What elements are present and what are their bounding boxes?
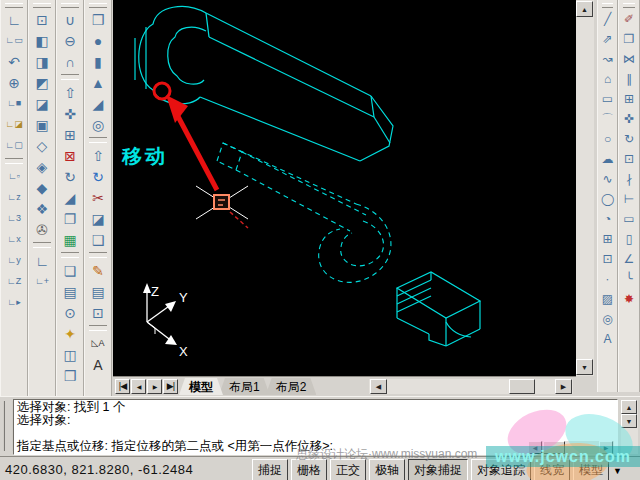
ucs-undo-icon[interactable]: ↶	[3, 51, 25, 72]
toolbar-grab-handle[interactable]	[5, 3, 23, 8]
move-icon[interactable]: ✜	[620, 109, 638, 129]
slice-icon[interactable]: ✂	[87, 187, 109, 208]
cylinder-icon[interactable]: ▮	[87, 51, 109, 72]
chamfer-icon[interactable]: ∠	[620, 249, 638, 269]
subtract-icon[interactable]: ⊖	[59, 30, 81, 51]
section-icon[interactable]: ◪	[87, 208, 109, 229]
mirror-icon[interactable]: ⋈	[620, 49, 638, 69]
status-expand-arrow-icon[interactable]: ▼	[613, 466, 622, 476]
spline-icon[interactable]: ∿	[599, 169, 617, 189]
point-icon[interactable]: ∙	[599, 269, 617, 289]
scale-icon[interactable]: ⊡	[620, 149, 638, 169]
solid-history-icon[interactable]: ⊡	[87, 302, 109, 323]
make-block-icon[interactable]: ⊡	[599, 249, 617, 269]
solid-check-icon[interactable]: ▤	[87, 281, 109, 302]
copy-edges-icon[interactable]: ❏	[59, 260, 81, 281]
tab-layout2[interactable]: 布局2	[266, 378, 317, 395]
scroll-down-button[interactable]: ▼	[576, 359, 593, 375]
toolbar-grab-handle[interactable]	[89, 3, 107, 8]
intersect-icon[interactable]: ∩	[59, 51, 81, 72]
erase-icon[interactable]: ✐	[620, 9, 638, 29]
color-edges-icon[interactable]: ▤	[59, 281, 81, 302]
view-sw-isometric-icon[interactable]: ◧	[31, 30, 53, 51]
tab-next-button[interactable]: ▶	[147, 379, 162, 394]
ucs-x-rotate-icon[interactable]: ∟x	[3, 229, 25, 250]
mtext-icon[interactable]: A	[599, 329, 617, 349]
polar-toggle[interactable]: 极轴	[369, 459, 405, 480]
insert-block-icon[interactable]: ⊞	[599, 229, 617, 249]
shade-2d-wireframe-icon[interactable]: ◇	[31, 135, 53, 156]
cone-icon[interactable]: ▲	[87, 72, 109, 93]
line-icon[interactable]: ╱	[599, 9, 617, 29]
taper-faces-icon[interactable]: ◢	[59, 187, 81, 208]
union-icon[interactable]: ∪	[59, 9, 81, 30]
extend-icon[interactable]: ⊢	[620, 189, 638, 209]
grid-toggle[interactable]: 栅格	[291, 459, 327, 480]
ucs-move-origin-icon[interactable]: ∟+	[31, 271, 53, 292]
imprint-icon[interactable]: ⊙	[59, 302, 81, 323]
region-icon[interactable]: ◎	[599, 309, 617, 329]
camera-icon[interactable]: ✇	[31, 219, 53, 240]
tab-layout1[interactable]: 布局1	[219, 378, 270, 395]
extrude-faces-icon[interactable]: ⇧	[59, 82, 81, 103]
move-faces-icon[interactable]: ✜	[59, 103, 81, 124]
named-views-icon[interactable]: ⊡	[31, 9, 53, 30]
view-ne-isometric-icon[interactable]: ◩	[31, 72, 53, 93]
shade-hidden-icon[interactable]: ◆	[31, 177, 53, 198]
shell-icon[interactable]: ❒	[59, 365, 81, 386]
ellipse-icon[interactable]: ◯	[599, 189, 617, 209]
view-cube-icon[interactable]: ▣	[31, 114, 53, 135]
hatch-icon[interactable]: ▨	[599, 289, 617, 309]
break-icon[interactable]: ▯	[620, 229, 638, 249]
ucs-zaxis-icon[interactable]: ∟z	[3, 187, 25, 208]
scrollbar-thumb[interactable]	[543, 441, 565, 454]
lineweight-toggle[interactable]: 线宽	[534, 459, 570, 480]
osnap-toggle[interactable]: 对象捕捉	[408, 459, 468, 480]
ucs-face-icon[interactable]: ∟◪	[3, 114, 25, 135]
construction-line-icon[interactable]: ⇗	[599, 29, 617, 49]
tab-prev-button[interactable]: ◀	[131, 379, 146, 394]
scroll-left-button[interactable]: ◀	[370, 379, 387, 394]
snap-toggle[interactable]: 捕捉	[252, 459, 288, 480]
copy-icon[interactable]: ❐	[620, 29, 638, 49]
polygon-icon[interactable]: ⌂	[599, 69, 617, 89]
scrollbar-thumb[interactable]	[509, 379, 535, 394]
fillet-icon[interactable]: ╰	[620, 269, 638, 289]
delete-faces-icon[interactable]: ⊠	[59, 145, 81, 166]
extrude-icon[interactable]: ⇧	[87, 145, 109, 166]
model-space-toggle[interactable]: 模型	[573, 459, 609, 480]
box-icon[interactable]: ❒	[87, 9, 109, 30]
command-scroll-left-button[interactable]: ◀	[528, 441, 542, 454]
revision-cloud-icon[interactable]: ☁	[599, 149, 617, 169]
scroll-up-button[interactable]: ▲	[576, 1, 593, 17]
torus-icon[interactable]: ◎	[87, 114, 109, 135]
command-scroll-down-button[interactable]: ▼	[621, 414, 637, 428]
tab-model[interactable]: 模型	[179, 378, 223, 395]
command-scroll-right-button[interactable]: ▶	[599, 441, 613, 454]
break-at-point-icon[interactable]: ▭	[620, 209, 638, 229]
view-se-isometric-icon[interactable]: ◨	[31, 51, 53, 72]
revolve-icon[interactable]: ↻	[87, 166, 109, 187]
ucs-view-icon[interactable]: ∟▢	[3, 135, 25, 156]
shade-3d-wireframe-icon[interactable]: ◈	[31, 156, 53, 177]
toolbar-grab-handle[interactable]	[61, 3, 79, 8]
ucs-z-rotate-icon[interactable]: ∟Z	[3, 271, 25, 292]
ucs-icon[interactable]: ∟	[3, 9, 25, 30]
ucs-previous-icon[interactable]: ∟▭	[3, 30, 25, 51]
command-scroll-up-button[interactable]: ▲	[621, 400, 637, 414]
ortho-toggle[interactable]: 正交	[330, 459, 366, 480]
ucs-world-icon[interactable]: ⊕	[3, 72, 25, 93]
copy-faces-icon[interactable]: ❐	[59, 208, 81, 229]
interfere-icon[interactable]: ❑	[87, 229, 109, 250]
explode-icon[interactable]: ✸	[620, 289, 638, 309]
text-style-icon[interactable]: A	[87, 354, 109, 375]
tab-last-button[interactable]: ▶|	[163, 379, 178, 394]
view-nw-isometric-icon[interactable]: ◪	[31, 93, 53, 114]
toolbar-grab-handle[interactable]	[33, 3, 51, 8]
drawing-canvas[interactable]: Z Y X 移动	[113, 0, 576, 376]
toolbar-grab-handle[interactable]	[602, 3, 613, 8]
command-horizontal-scrollbar[interactable]: ◀ ▶	[528, 441, 614, 454]
rotate-icon[interactable]: ↻	[620, 129, 638, 149]
ucs-origin-icon[interactable]: ∟▫	[3, 166, 25, 187]
array-icon[interactable]: ⊞	[620, 89, 638, 109]
